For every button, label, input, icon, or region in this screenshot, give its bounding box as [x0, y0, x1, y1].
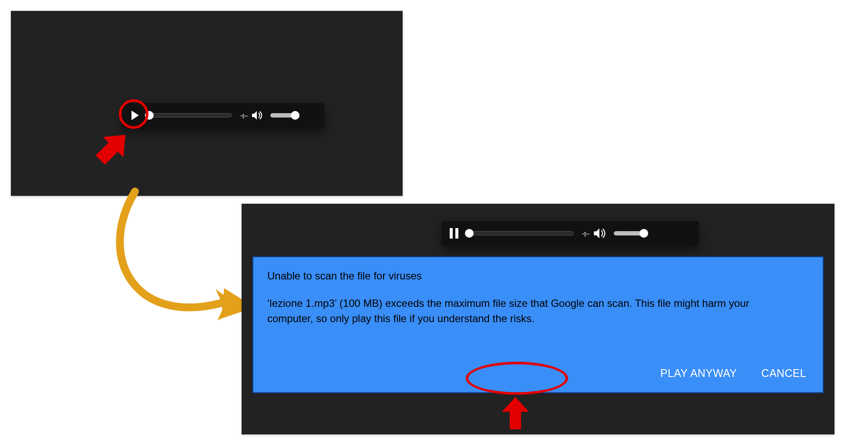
svg-marker-4 — [502, 397, 529, 429]
volume-track[interactable] — [614, 231, 646, 235]
time-display: -:— — [239, 110, 244, 121]
volume-icon[interactable] — [251, 110, 263, 121]
audio-control-bar: -:— — [442, 221, 699, 246]
annotation-arrow-up-icon — [500, 396, 531, 430]
seek-track[interactable] — [467, 231, 574, 235]
svg-marker-1 — [94, 126, 133, 168]
volume-icon[interactable] — [593, 227, 607, 239]
dialog-title: Unable to scan the file for viruses — [267, 269, 809, 284]
play-anyway-button[interactable]: PLAY ANYWAY — [658, 363, 740, 383]
play-icon — [131, 111, 139, 120]
pause-button[interactable] — [448, 227, 460, 239]
media-player-panel-before: -:— — [11, 11, 403, 196]
volume-thumb[interactable] — [291, 111, 299, 120]
audio-control-bar: -:— — [122, 103, 324, 128]
seek-thumb[interactable] — [145, 111, 154, 120]
volume-track[interactable] — [270, 113, 297, 118]
pause-icon — [450, 228, 458, 239]
play-button[interactable] — [128, 109, 140, 121]
dialog-actions: PLAY ANYWAY CANCEL — [267, 363, 809, 383]
virus-scan-warning-dialog: Unable to scan the file for viruses ‘lez… — [252, 256, 824, 393]
media-player-panel-dialog: -:— Unable to scan the file for viruses … — [242, 204, 834, 434]
annotation-arrow-icon — [94, 126, 133, 168]
volume-thumb[interactable] — [639, 229, 648, 238]
cancel-button[interactable]: CANCEL — [759, 363, 809, 383]
time-display: -:— — [581, 228, 586, 239]
seek-thumb[interactable] — [465, 229, 474, 238]
seek-track[interactable] — [147, 113, 232, 118]
svg-marker-0 — [104, 126, 133, 153]
dialog-body: ‘lezione 1.mp3’ (100 MB) exceeds the max… — [267, 296, 750, 326]
